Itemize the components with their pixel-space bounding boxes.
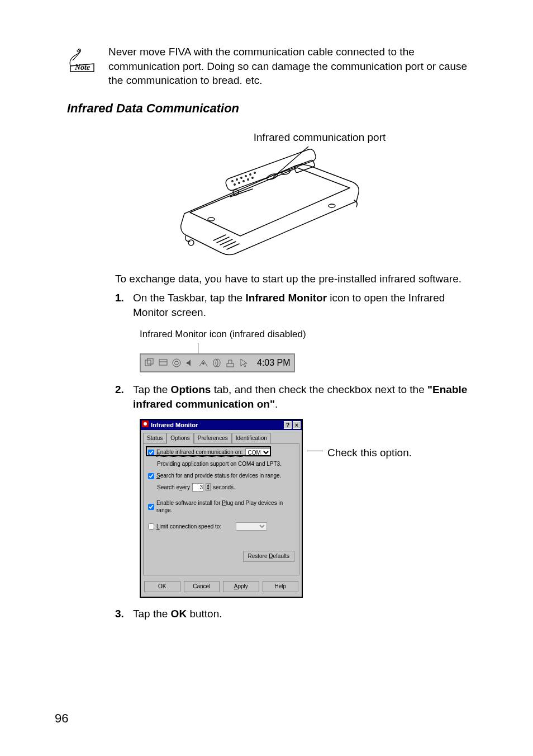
svg-point-11 (239, 182, 240, 183)
step-2: 2. Tap the Options tab, and then check t… (115, 382, 483, 602)
svg-point-1 (77, 50, 79, 52)
svg-text:Note: Note (74, 63, 90, 72)
steps-list: 1. On the Taskbar, tap the Infrared Moni… (115, 291, 483, 625)
tray-icon-infrared[interactable] (198, 357, 209, 369)
svg-point-7 (245, 176, 246, 177)
spinner-icon[interactable]: ▲▼ (206, 483, 211, 491)
restore-defaults-button[interactable]: Restore Defaults (243, 551, 295, 562)
plug-play-checkbox[interactable] (148, 504, 154, 510)
svg-rect-23 (147, 358, 153, 364)
options-panel: EEnable infrared communication on:nable … (143, 443, 299, 575)
svg-point-13 (248, 179, 249, 180)
svg-point-14 (252, 177, 253, 178)
svg-point-27 (202, 362, 204, 365)
limit-speed-row: Limit connection speed to: (148, 522, 294, 531)
search-devices-label: Search for and provide status for device… (156, 472, 281, 480)
tray-icon-5[interactable] (211, 357, 222, 369)
plug-play-row: Enable software install for Plug and Pla… (148, 499, 294, 514)
step-number: 2. (115, 382, 127, 602)
system-tray: 4:03 PM (140, 353, 295, 372)
tray-icon-6[interactable] (225, 357, 236, 369)
tray-clock: 4:03 PM (257, 357, 291, 369)
tab-identification[interactable]: Identification (232, 433, 271, 444)
tab-options[interactable]: Options (166, 433, 193, 444)
cancel-button[interactable]: Cancel (184, 581, 220, 592)
svg-point-4 (232, 181, 233, 182)
dialog-titlebar: Infrared Monitor ? × (141, 420, 302, 430)
note-block: Note Never move FIVA with the communicat… (67, 45, 483, 88)
dialog-title: Infrared Monitor (151, 421, 198, 429)
tab-preferences[interactable]: Preferences (194, 433, 232, 444)
svg-point-21 (188, 240, 194, 245)
tab-status[interactable]: Status (143, 433, 166, 444)
note-text: Never move FIVA with the communication c… (108, 45, 483, 88)
note-icon: Note (67, 47, 98, 78)
step-3-text: Tap the OK button. (133, 607, 483, 621)
support-text: Providing application support on COM4 an… (157, 460, 294, 468)
step-2-text: Tap the Options tab, and then check the … (133, 382, 483, 411)
svg-rect-22 (145, 360, 151, 366)
step-number: 3. (115, 607, 127, 625)
svg-point-12 (243, 181, 244, 182)
step-1: 1. On the Taskbar, tap the Infrared Moni… (115, 291, 483, 372)
search-devices-checkbox[interactable] (148, 473, 154, 479)
svg-rect-30 (227, 363, 234, 367)
intro-paragraph: To exchange data, you have to start up t… (115, 272, 483, 286)
svg-point-5 (236, 179, 237, 180)
limit-speed-label: Limit connection speed to: (156, 523, 221, 531)
section-heading: Infrared Data Communication (67, 100, 483, 117)
apply-button[interactable]: Apply (223, 581, 259, 592)
svg-point-20 (329, 204, 335, 207)
taskbar-caption: Infrared Monitor icon (infrared disabled… (140, 328, 483, 341)
limit-speed-checkbox[interactable] (148, 523, 154, 530)
help-button-bottom[interactable]: Help (263, 581, 299, 592)
device-figure-block: Infrared communication port (67, 130, 483, 259)
plug-play-label: Enable software install for Plug and Pla… (156, 499, 294, 514)
svg-point-6 (241, 177, 242, 178)
check-option-annotation: Check this option. (327, 446, 412, 460)
tray-icon-cursor[interactable] (238, 357, 249, 369)
tab-strip: Status Options Preferences Identificatio… (141, 430, 302, 443)
search-every-label-pre: Search every (157, 484, 190, 492)
svg-point-8 (250, 174, 251, 175)
svg-point-15 (266, 173, 278, 181)
search-every-label-post: seconds. (213, 484, 235, 492)
svg-point-10 (234, 184, 235, 185)
tray-icon-3[interactable] (171, 357, 182, 369)
port-label: Infrared communication port (156, 130, 483, 145)
tray-icon-1[interactable] (144, 357, 155, 369)
search-devices-row: Search for and provide status for device… (148, 472, 294, 480)
tray-icon-volume[interactable] (184, 357, 196, 369)
device-line-art (174, 147, 375, 258)
infrared-app-icon (142, 420, 149, 429)
svg-point-19 (208, 218, 215, 221)
svg-point-9 (254, 172, 255, 173)
svg-rect-24 (159, 360, 167, 365)
infrared-monitor-dialog: Infrared Monitor ? × Status Options Pref… (140, 419, 303, 598)
help-button[interactable]: ? (284, 421, 292, 429)
ok-button[interactable]: OK (144, 581, 180, 592)
search-interval-input[interactable] (192, 483, 203, 492)
focus-highlight (146, 446, 271, 456)
close-button[interactable]: × (293, 421, 301, 429)
dialog-button-row: OK Cancel Apply Help (141, 578, 302, 597)
step-number: 1. (115, 291, 127, 372)
limit-speed-select[interactable] (236, 522, 267, 531)
svg-point-32 (144, 422, 147, 426)
search-interval-row: Search every ▲▼ seconds. (157, 483, 294, 492)
step-3: 3. Tap the OK button. (115, 607, 483, 625)
step-1-text: On the Taskbar, tap the Infrared Monitor… (133, 291, 483, 319)
page-number: 96 (55, 710, 68, 727)
callout-tick (198, 343, 198, 353)
tray-icon-2[interactable] (158, 357, 169, 369)
annotation-lead-line (307, 451, 323, 451)
